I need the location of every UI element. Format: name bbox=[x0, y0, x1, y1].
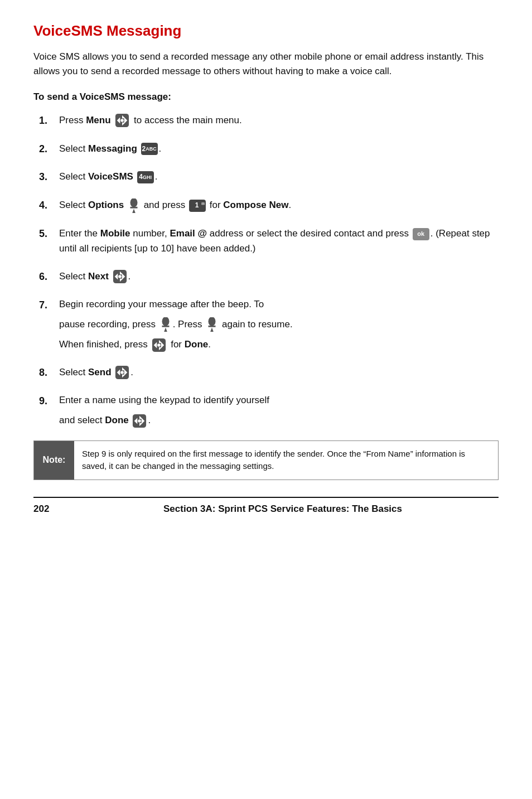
step-9-content: Enter a name using the keypad to identif… bbox=[59, 393, 499, 428]
send-icon bbox=[115, 365, 129, 380]
step-9-number: 9. bbox=[39, 393, 59, 409]
step-2-bold-messaging: Messaging bbox=[88, 143, 137, 154]
step-1-content: Press Menu to access the main menu. bbox=[59, 113, 499, 128]
done-key-icon bbox=[152, 338, 166, 352]
note-box: Note: Step 9 is only required on the fir… bbox=[33, 440, 499, 480]
step-6-content: Select Next . bbox=[59, 269, 499, 284]
step-4-number: 4. bbox=[39, 197, 59, 214]
step-5-number: 5. bbox=[39, 226, 59, 242]
step-2: 2. Select Messaging 2ABC. bbox=[39, 141, 499, 157]
key-2-icon: 2ABC bbox=[141, 143, 158, 155]
step-7-content: Begin recording your message after the b… bbox=[59, 297, 499, 352]
key-4-icon: 4GHI bbox=[137, 171, 154, 183]
step-5-content: Enter the Mobile number, Email @ address… bbox=[59, 226, 499, 256]
next-icon bbox=[113, 269, 127, 284]
step-4-content: Select Options and press 1✉ for Compose … bbox=[59, 197, 499, 213]
step-3-bold-voicesms: VoiceSMS bbox=[88, 171, 133, 182]
step-2-content: Select Messaging 2ABC. bbox=[59, 141, 499, 156]
footer-bar: 202 Section 3A: Sprint PCS Service Featu… bbox=[33, 497, 499, 515]
step-6: 6. Select Next . bbox=[39, 269, 499, 285]
step-9: 9. Enter a name using the keypad to iden… bbox=[39, 393, 499, 428]
step-4: 4. Select Options and press 1✉ for Compo… bbox=[39, 197, 499, 214]
step-5: 5. Enter the Mobile number, Email @ addr… bbox=[39, 226, 499, 256]
key-1-icon: 1✉ bbox=[189, 200, 206, 212]
steps-list: 1. Press Menu to access the main menu. 2… bbox=[39, 113, 499, 428]
step-3-number: 3. bbox=[39, 169, 59, 185]
step-2-number: 2. bbox=[39, 141, 59, 157]
step-1-number: 1. bbox=[39, 113, 59, 129]
pause-icon-2 bbox=[206, 317, 218, 332]
step-3-content: Select VoiceSMS 4GHI. bbox=[59, 169, 499, 184]
step-8-bold-send: Send bbox=[88, 367, 112, 377]
ok-icon: ok bbox=[413, 228, 429, 240]
step-5-bold-email: Email @ bbox=[170, 228, 207, 239]
menu-icon bbox=[115, 113, 129, 128]
step-4-bold-compose: Compose New bbox=[223, 200, 288, 210]
step-8-number: 8. bbox=[39, 365, 59, 381]
intro-paragraph: Voice SMS allows you to send a recorded … bbox=[33, 50, 499, 79]
step-9-bold-done: Done bbox=[105, 415, 129, 425]
done-icon bbox=[132, 414, 147, 428]
step-6-number: 6. bbox=[39, 269, 59, 285]
step-7-bold-done: Done bbox=[185, 339, 209, 350]
step-8: 8. Select Send . bbox=[39, 365, 499, 381]
footer-page-number: 202 bbox=[33, 503, 67, 515]
step-6-bold-next: Next bbox=[88, 271, 109, 282]
section-subtitle: To send a VoiceSMS message: bbox=[33, 91, 499, 103]
step-7-number: 7. bbox=[39, 297, 59, 313]
note-content: Step 9 is only required on the first mes… bbox=[74, 441, 498, 480]
step-1: 1. Press Menu to access the main menu. bbox=[39, 113, 499, 129]
step-4-bold-options: Options bbox=[88, 200, 124, 210]
step-5-bold-mobile: Mobile bbox=[100, 228, 130, 239]
pause-icon bbox=[159, 317, 172, 332]
footer-section-title: Section 3A: Sprint PCS Service Features:… bbox=[67, 503, 499, 515]
note-label: Note: bbox=[34, 441, 74, 480]
step-3: 3. Select VoiceSMS 4GHI. bbox=[39, 169, 499, 185]
step-1-bold-menu: Menu bbox=[86, 115, 110, 125]
options-icon bbox=[128, 198, 140, 213]
step-8-content: Select Send . bbox=[59, 365, 499, 380]
page-title: VoiceSMS Messaging bbox=[33, 22, 499, 40]
step-7: 7. Begin recording your message after th… bbox=[39, 297, 499, 352]
